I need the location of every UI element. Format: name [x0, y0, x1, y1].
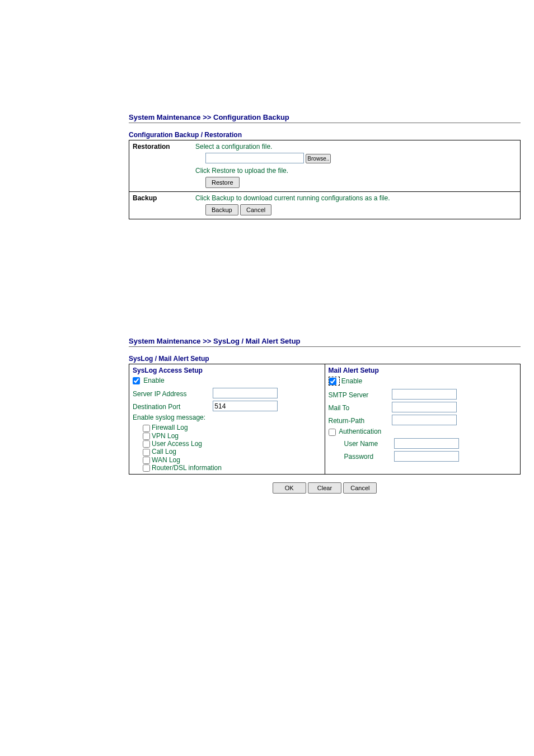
return-path-input[interactable] [392, 415, 457, 425]
browse-button[interactable]: Browse.. [306, 154, 331, 163]
return-path-label: Return-Path [329, 417, 390, 425]
mail-to-label: Mail To [329, 404, 390, 412]
page-title-1: System Maintenance >> Configuration Back… [129, 113, 521, 121]
dest-port-input[interactable] [213, 401, 278, 411]
smtp-input[interactable] [392, 389, 457, 400]
config-file-input[interactable] [205, 153, 304, 163]
wan-log-checkbox[interactable] [143, 457, 150, 464]
syslog-heading: SysLog Access Setup [133, 367, 321, 374]
page-title-2: System Maintenance >> SysLog / Mail Aler… [129, 337, 521, 345]
upload-text: Click Restore to upload the file. [195, 167, 517, 175]
backup-button[interactable]: Backup [205, 204, 238, 215]
call-log-label: Call Log [152, 448, 176, 456]
server-ip-input[interactable] [213, 388, 278, 398]
user-name-label: User Name [344, 440, 392, 448]
mail-enable-checkbox[interactable] [329, 378, 336, 385]
syslog-enable-checkbox[interactable] [133, 377, 140, 384]
subsection-title-1: Configuration Backup / Restoration [129, 131, 521, 139]
syslog-mail-panel: SysLog Access Setup Enable Server IP Add… [129, 364, 521, 475]
config-backup-section: System Maintenance >> Configuration Back… [129, 113, 521, 219]
router-dsl-label: Router/DSL information [152, 464, 222, 472]
ok-button[interactable]: OK [273, 482, 306, 494]
backup-header: Backup [129, 192, 193, 219]
firewall-log-checkbox[interactable] [143, 425, 150, 432]
user-name-input[interactable] [394, 438, 459, 449]
server-ip-label: Server IP Address [133, 390, 211, 398]
user-access-log-label: User Access Log [152, 440, 202, 448]
dest-port-label: Destination Port [133, 403, 211, 411]
subsection-title-2: SysLog / Mail Alert Setup [129, 355, 521, 363]
mail-to-input[interactable] [392, 402, 457, 412]
clear-button[interactable]: Clear [308, 482, 341, 494]
password-label: Password [344, 453, 392, 461]
user-access-log-checkbox[interactable] [143, 440, 150, 448]
config-panel: Restoration Select a configuration file.… [129, 140, 521, 219]
mail-heading: Mail Alert Setup [329, 367, 517, 374]
restoration-header: Restoration [129, 140, 193, 192]
syslog-mail-section: System Maintenance >> SysLog / Mail Aler… [129, 337, 521, 494]
mail-enable-label: Enable [341, 377, 362, 385]
title-divider-1 [129, 123, 521, 123]
vpn-log-label: VPN Log [152, 432, 179, 440]
smtp-label: SMTP Server [329, 391, 390, 399]
backup-text: Click Backup to download current running… [195, 194, 517, 202]
select-config-text: Select a configuration file. [195, 143, 517, 151]
wan-log-label: WAN Log [152, 456, 180, 464]
password-input[interactable] [394, 451, 459, 462]
router-dsl-checkbox[interactable] [143, 464, 150, 472]
enable-message-label: Enable syslog message: [133, 414, 205, 421]
call-log-checkbox[interactable] [143, 449, 150, 456]
title-divider-2 [129, 346, 521, 347]
restore-button[interactable]: Restore [205, 177, 240, 188]
firewall-log-label: Firewall Log [152, 424, 188, 431]
vpn-log-checkbox[interactable] [143, 433, 150, 440]
cancel-backup-button[interactable]: Cancel [240, 204, 271, 215]
auth-label: Authentication [339, 428, 381, 435]
syslog-enable-label: Enable [143, 377, 164, 384]
cancel-button[interactable]: Cancel [343, 482, 377, 494]
auth-checkbox[interactable] [329, 429, 336, 436]
